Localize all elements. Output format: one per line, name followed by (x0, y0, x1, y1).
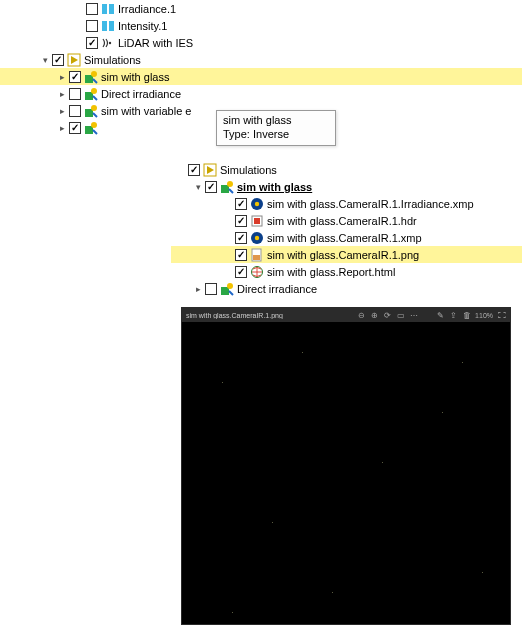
expander-icon[interactable]: ▾ (40, 54, 51, 65)
tree-item[interactable]: ▾ Simulations (0, 51, 522, 68)
delete-icon[interactable]: 🗑 (462, 311, 471, 320)
edit-icon[interactable]: ✎ (436, 311, 445, 320)
svg-rect-0 (102, 4, 107, 14)
play-icon (203, 163, 217, 177)
tree-item[interactable]: Irradiance.1 (0, 0, 522, 17)
checkbox[interactable] (86, 37, 98, 49)
svg-rect-2 (102, 21, 107, 31)
svg-rect-11 (85, 109, 93, 117)
preview-canvas[interactable] (182, 322, 510, 624)
svg-rect-1 (109, 4, 114, 14)
crop-icon[interactable]: ▭ (396, 311, 405, 320)
svg-rect-9 (85, 92, 93, 100)
tree-item-label: sim with variable e (101, 105, 191, 117)
svg-rect-26 (253, 255, 260, 260)
checkbox[interactable] (69, 105, 81, 117)
sim-icon (84, 104, 98, 118)
expander-icon[interactable]: ▸ (57, 88, 68, 99)
tree-item-label: sim with glass.CameraIR.1.png (267, 249, 419, 261)
svg-rect-3 (109, 21, 114, 31)
preview-titlebar[interactable]: sim with glass.CameraIR.1.png ⊖ ⊕ ⟳ ▭ ⋯ … (182, 308, 510, 322)
antenna-icon (101, 36, 115, 50)
tooltip: sim with glass Type: Inverse (216, 110, 336, 146)
sim-icon (220, 282, 234, 296)
tree-item-label: Direct irradiance (237, 283, 317, 295)
tree-item-label: sim with glass (237, 181, 312, 193)
checkbox[interactable] (69, 88, 81, 100)
tree-item-label: Direct irradiance (101, 88, 181, 100)
tree-item[interactable]: sim with glass.Report.html (171, 263, 522, 280)
checkbox[interactable] (86, 20, 98, 32)
tree-item[interactable]: Simulations (171, 161, 522, 178)
expander-icon[interactable]: ▸ (193, 283, 204, 294)
inner-tree: Simulations ▾ sim with glass sim with gl… (171, 161, 522, 297)
tree-item[interactable]: ▸ Direct irradiance (0, 85, 522, 102)
zoom-label: 110% (475, 311, 493, 320)
svg-marker-16 (207, 166, 214, 174)
fullscreen-icon[interactable]: ⛶ (497, 311, 506, 320)
checkbox[interactable] (235, 266, 247, 278)
tree-item[interactable]: sim with glass.CameraIR.1.hdr (171, 212, 522, 229)
tree-item-label: Irradiance.1 (118, 3, 176, 15)
preview-title: sim with glass.CameraIR.1.png (186, 312, 283, 319)
tree-item[interactable]: Intensity.1 (0, 17, 522, 34)
expander-icon[interactable]: ▾ (193, 181, 204, 192)
tree-item-selected[interactable]: ▸ sim with glass (0, 68, 522, 85)
tree-item[interactable]: ▾ sim with glass (171, 178, 522, 195)
svg-rect-13 (85, 126, 93, 134)
tree-item-label: sim with glass.CameraIR.1.xmp (267, 232, 422, 244)
expander-icon[interactable]: ▸ (57, 105, 68, 116)
checkbox[interactable] (235, 215, 247, 227)
svg-point-8 (91, 71, 97, 77)
tree-item-label: Simulations (84, 54, 141, 66)
checkbox[interactable] (205, 283, 217, 295)
checkbox[interactable] (69, 122, 81, 134)
svg-rect-7 (85, 75, 93, 83)
zoom-out-icon[interactable]: ⊖ (357, 311, 366, 320)
svg-point-14 (91, 122, 97, 128)
tree-item-label: LiDAR with IES (118, 37, 193, 49)
svg-marker-6 (71, 56, 78, 64)
hdr-icon (250, 214, 264, 228)
share-icon[interactable]: ⇪ (449, 311, 458, 320)
sim-icon (84, 121, 98, 135)
tree-item-label: sim with glass.CameraIR.1.Irradiance.xmp (267, 198, 474, 210)
image-preview-window: sim with glass.CameraIR.1.png ⊖ ⊕ ⟳ ▭ ⋯ … (181, 307, 511, 625)
checkbox[interactable] (235, 232, 247, 244)
expander-icon[interactable]: ▸ (57, 122, 68, 133)
tree-item-label: sim with glass.Report.html (267, 266, 395, 278)
more-icon[interactable]: ⋯ (409, 311, 418, 320)
tooltip-line: Type: Inverse (223, 128, 329, 142)
tree-item-selected[interactable]: sim with glass.CameraIR.1.png (171, 246, 522, 263)
checkbox[interactable] (86, 3, 98, 15)
sim-icon (84, 70, 98, 84)
svg-rect-28 (221, 287, 229, 295)
html-icon (250, 265, 264, 279)
xmp-icon (250, 231, 264, 245)
tree-item-label: sim with glass.CameraIR.1.hdr (267, 215, 417, 227)
tree-item-label: sim with glass (101, 71, 169, 83)
svg-point-18 (227, 181, 233, 187)
svg-rect-17 (221, 185, 229, 193)
tree-item-label: Simulations (220, 164, 277, 176)
checkbox[interactable] (69, 71, 81, 83)
sensor-icon (101, 19, 115, 33)
tree-item[interactable]: sim with glass.CameraIR.1.Irradiance.xmp (171, 195, 522, 212)
sim-icon (84, 87, 98, 101)
rotate-icon[interactable]: ⟳ (383, 311, 392, 320)
tree-item[interactable]: sim with glass.CameraIR.1.xmp (171, 229, 522, 246)
svg-rect-22 (254, 218, 260, 224)
expander-icon[interactable]: ▸ (57, 71, 68, 82)
tree-item[interactable]: LiDAR with IES (0, 34, 522, 51)
tree-item[interactable]: ▸ Direct irradiance (171, 280, 522, 297)
checkbox[interactable] (235, 249, 247, 261)
checkbox[interactable] (205, 181, 217, 193)
zoom-in-icon[interactable]: ⊕ (370, 311, 379, 320)
checkbox[interactable] (235, 198, 247, 210)
checkbox[interactable] (188, 164, 200, 176)
tooltip-line: sim with glass (223, 114, 329, 128)
tree-item-label: Intensity.1 (118, 20, 167, 32)
svg-point-4 (109, 41, 111, 43)
checkbox[interactable] (52, 54, 64, 66)
svg-point-20 (255, 201, 259, 205)
